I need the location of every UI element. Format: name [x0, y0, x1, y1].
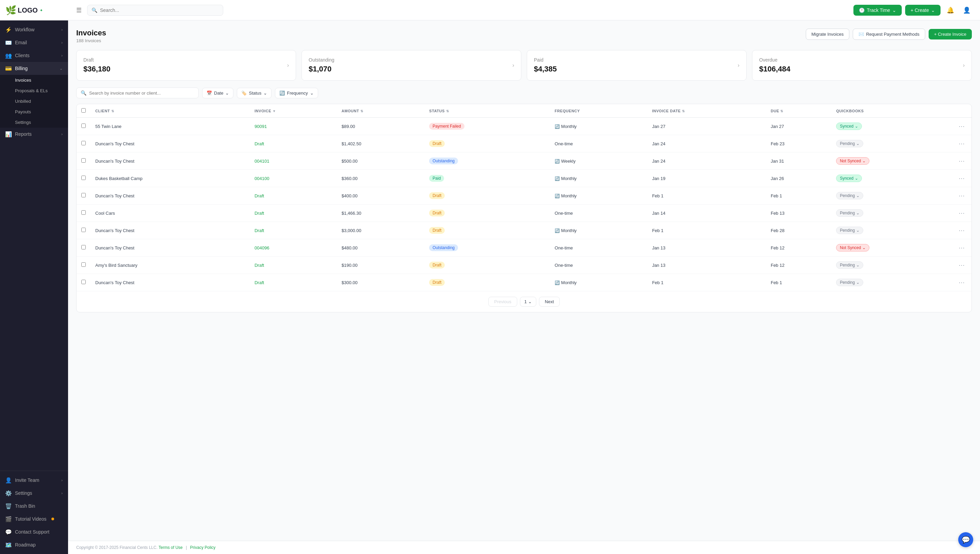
- quickbooks-cell[interactable]: Pending ⌄: [831, 205, 952, 222]
- create-button[interactable]: + Create ⌄: [905, 5, 940, 16]
- more-options-button[interactable]: ⋯: [956, 261, 967, 269]
- row-checkbox[interactable]: [81, 141, 86, 145]
- invoice-col-header[interactable]: INVOICE ▼: [250, 104, 337, 118]
- amount-col-header[interactable]: AMOUNT ⇅: [337, 104, 425, 118]
- actions-cell[interactable]: ⋯: [952, 118, 972, 135]
- invoice-link[interactable]: 90091: [255, 124, 267, 129]
- sidebar-item-roadmap[interactable]: 🗺️ Roadmap: [0, 538, 68, 551]
- select-all-checkbox[interactable]: [81, 108, 86, 113]
- privacy-link[interactable]: Privacy Policy: [190, 545, 216, 550]
- search-bar[interactable]: 🔍: [87, 5, 223, 16]
- more-options-button[interactable]: ⋯: [956, 226, 967, 235]
- more-options-button[interactable]: ⋯: [956, 278, 967, 287]
- quickbooks-cell[interactable]: Synced ⌄: [831, 118, 952, 135]
- invoice-link[interactable]: 004096: [255, 245, 269, 250]
- sidebar-item-contact[interactable]: 💬 Contact Support: [0, 525, 68, 538]
- row-checkbox[interactable]: [81, 124, 86, 128]
- invoice-cell[interactable]: Draft: [250, 205, 337, 222]
- quickbooks-badge[interactable]: Pending ⌄: [836, 140, 863, 147]
- invoice-date-col-header[interactable]: INVOICE DATE ⇅: [647, 104, 766, 118]
- page-selector[interactable]: 1 ⌄: [520, 297, 536, 307]
- create-invoice-button[interactable]: + Create Invoice: [929, 29, 972, 40]
- invoice-cell[interactable]: 90091: [250, 118, 337, 135]
- invoice-cell[interactable]: 004100: [250, 170, 337, 187]
- invoice-link[interactable]: Draft: [255, 263, 264, 268]
- invoice-link[interactable]: Draft: [255, 141, 264, 146]
- quickbooks-cell[interactable]: Pending ⌄: [831, 187, 952, 205]
- sidebar-item-trash[interactable]: 🗑️ Trash Bin: [0, 500, 68, 513]
- sidebar-item-billing[interactable]: 💳 Billing ⌄: [0, 62, 68, 75]
- invoice-cell[interactable]: Draft: [250, 274, 337, 291]
- more-options-button[interactable]: ⋯: [956, 139, 967, 148]
- sidebar-item-workflow[interactable]: ⚡ Workflow ›: [0, 23, 68, 36]
- quickbooks-cell[interactable]: Pending ⌄: [831, 274, 952, 291]
- row-checkbox[interactable]: [81, 175, 86, 180]
- row-checkbox[interactable]: [81, 228, 86, 232]
- row-checkbox[interactable]: [81, 280, 86, 284]
- actions-cell[interactable]: ⋯: [952, 222, 972, 239]
- more-options-button[interactable]: ⋯: [956, 209, 967, 217]
- invoice-search-input[interactable]: [89, 91, 194, 96]
- quickbooks-badge[interactable]: Synced ⌄: [836, 123, 862, 130]
- sidebar-item-tutorial[interactable]: 🎬 Tutorial Videos: [0, 513, 68, 525]
- actions-cell[interactable]: ⋯: [952, 239, 972, 256]
- invoice-link[interactable]: 004101: [255, 159, 269, 164]
- invoice-cell[interactable]: 004101: [250, 153, 337, 170]
- invoice-cell[interactable]: Draft: [250, 256, 337, 274]
- track-time-button[interactable]: 🕐 Track Time ⌄: [853, 5, 902, 16]
- actions-cell[interactable]: ⋯: [952, 170, 972, 187]
- invoice-cell[interactable]: 004096: [250, 239, 337, 256]
- notifications-button[interactable]: 🔔: [944, 5, 957, 15]
- row-checkbox[interactable]: [81, 158, 86, 162]
- sidebar-item-reports[interactable]: 📊 Reports ›: [0, 127, 68, 140]
- summary-card-overdue[interactable]: Overdue $106,484 ›: [752, 50, 972, 81]
- actions-cell[interactable]: ⋯: [952, 187, 972, 205]
- chat-bubble[interactable]: 💬: [958, 532, 973, 547]
- actions-cell[interactable]: ⋯: [952, 274, 972, 291]
- more-options-button[interactable]: ⋯: [956, 174, 967, 183]
- summary-card-draft[interactable]: Draft $36,180 ›: [76, 50, 296, 81]
- subnav-proposals[interactable]: Proposals & ELs: [0, 85, 68, 96]
- sidebar-item-settings[interactable]: ⚙️ Settings ›: [0, 487, 68, 500]
- invoice-cell[interactable]: Draft: [250, 135, 337, 153]
- hamburger-button[interactable]: ☰: [75, 5, 83, 15]
- invoice-cell[interactable]: Draft: [250, 222, 337, 239]
- invoice-link[interactable]: 004100: [255, 176, 269, 181]
- quickbooks-cell[interactable]: Not Synced ⌄: [831, 153, 952, 170]
- actions-cell[interactable]: ⋯: [952, 153, 972, 170]
- migrate-invoices-button[interactable]: Migrate Invoices: [806, 29, 850, 40]
- quickbooks-badge[interactable]: Pending ⌄: [836, 209, 863, 217]
- subnav-invoices[interactable]: Invoices: [0, 75, 68, 85]
- quickbooks-cell[interactable]: Pending ⌄: [831, 135, 952, 153]
- due-col-header[interactable]: DUE ⇅: [766, 104, 831, 118]
- invoice-link[interactable]: Draft: [255, 280, 264, 285]
- quickbooks-badge[interactable]: Pending ⌄: [836, 227, 863, 234]
- client-col-header[interactable]: CLIENT ⇅: [91, 104, 250, 118]
- quickbooks-cell[interactable]: Pending ⌄: [831, 256, 952, 274]
- quickbooks-badge[interactable]: Pending ⌄: [836, 192, 863, 199]
- terms-link[interactable]: Terms of Use: [159, 545, 183, 550]
- user-avatar-button[interactable]: 👤: [960, 5, 973, 15]
- quickbooks-badge[interactable]: Pending ⌄: [836, 279, 863, 286]
- more-options-button[interactable]: ⋯: [956, 122, 967, 131]
- sidebar-item-clients[interactable]: 👥 Clients ›: [0, 49, 68, 62]
- actions-cell[interactable]: ⋯: [952, 256, 972, 274]
- summary-card-outstanding[interactable]: Outstanding $1,070 ›: [301, 50, 521, 81]
- quickbooks-badge[interactable]: Not Synced ⌄: [836, 157, 869, 165]
- quickbooks-cell[interactable]: Not Synced ⌄: [831, 239, 952, 256]
- subnav-settings[interactable]: Settings: [0, 117, 68, 127]
- status-filter-button[interactable]: 🏷️ Status ⌄: [237, 88, 272, 98]
- quickbooks-badge[interactable]: Pending ⌄: [836, 261, 863, 269]
- more-options-button[interactable]: ⋯: [956, 191, 967, 200]
- row-checkbox[interactable]: [81, 193, 86, 197]
- subnav-payouts[interactable]: Payouts: [0, 107, 68, 117]
- sidebar-item-email[interactable]: ✉️ Email ›: [0, 36, 68, 49]
- quickbooks-badge[interactable]: Not Synced ⌄: [836, 244, 869, 252]
- invoice-cell[interactable]: Draft: [250, 187, 337, 205]
- previous-page-button[interactable]: Previous: [488, 297, 517, 307]
- invoice-search-bar[interactable]: 🔍: [76, 88, 199, 98]
- request-payment-methods-button[interactable]: ✉️ Request Payment Methods: [853, 29, 925, 40]
- invoice-link[interactable]: Draft: [255, 211, 264, 216]
- search-input[interactable]: [100, 8, 219, 13]
- frequency-filter-button[interactable]: 🔄 Frequency ⌄: [275, 88, 318, 98]
